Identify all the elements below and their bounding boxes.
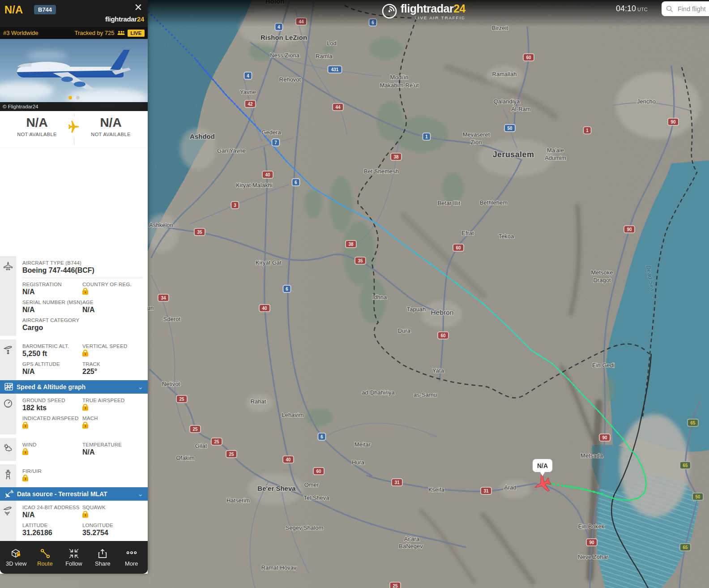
svg-text:31: 31 [394,480,400,485]
road-shield: 4 [244,72,252,79]
svg-text:7: 7 [274,140,277,145]
aircraft-photo[interactable]: © Flightradar24 [0,39,148,111]
aircraft-type-badge[interactable]: B744 [34,5,56,14]
road-shield: 42 [245,100,256,107]
route-button[interactable]: Route [33,544,58,572]
road-shield: 60 [523,54,534,61]
road-shield: 6 [318,433,326,440]
weather-icon [4,443,13,452]
satellite-dish-icon [4,489,13,498]
map-label: Rehovot [279,76,301,83]
lock-icon[interactable] [82,513,88,518]
svg-text:25: 25 [192,427,198,432]
adsb-signal-icon [3,506,13,516]
road-shield: 1 [584,127,591,134]
road-shield: 65 [680,544,691,551]
worldwide-rank[interactable]: #3 Worldwide [3,30,38,36]
map-label: Hatserim [226,497,250,504]
svg-text:35: 35 [197,230,202,235]
follow-button[interactable]: Follow [61,544,86,572]
lock-icon[interactable] [82,352,88,356]
map-label: Al-Ram [511,106,530,112]
lock-icon[interactable] [82,424,88,429]
lock-icon[interactable] [22,424,28,429]
map-label: Tel Sheva [303,494,329,501]
map-label: Gan Yavne [217,147,246,154]
radar-icon [381,3,397,19]
map-label: Ein Bokek [578,523,605,530]
svg-text:50: 50 [507,126,513,131]
map-label: Betar Illit [438,200,461,206]
road-shield: 60 [438,332,448,339]
chevron-down-icon[interactable]: ⌄ [137,383,143,391]
road-shield: 60 [313,468,324,475]
road-shield: 34 [158,294,169,301]
road-shield: 35 [355,257,366,264]
map-label: Tekoa [499,233,514,240]
svg-text:60: 60 [440,333,446,338]
map-label: Kiryat Malakhi [236,182,273,189]
svg-text:40: 40 [265,172,270,177]
map-label: Ein Gedi [592,362,615,369]
lock-icon[interactable] [22,477,28,481]
svg-text:1: 1 [425,134,428,139]
road-shield: 1 [423,133,431,140]
search-input[interactable] [677,5,709,13]
road-shield: 3 [231,202,239,209]
svg-text:42: 42 [248,102,253,107]
aircraft-type-value: Boeing 747-446(BCF) [22,266,142,275]
map-label: Efrat [461,230,474,236]
carousel-dot-active[interactable] [68,96,72,99]
map-label: Metsoke [591,269,613,276]
panel-header: N/A B744 ✕ flightradar24 [0,0,148,27]
lock-icon[interactable] [82,290,88,295]
latitude-value: 31.26186 [22,529,82,537]
altitude-icon [4,345,13,355]
more-button[interactable]: More [119,544,144,572]
lock-icon[interactable] [22,451,28,455]
category-value: Cargo [22,324,142,332]
svg-text:25: 25 [179,397,184,402]
chevron-down-icon[interactable]: ⌄ [137,490,143,498]
svg-text:35: 35 [358,258,363,263]
logo-tagline: LIVE AIR TRAFFIC [415,16,466,20]
svg-text:34: 34 [161,296,166,300]
gps-alt-value: N/A [22,368,82,376]
3d-view-button[interactable]: 3D view [4,544,29,572]
data-source-banner[interactable]: Data source - Terrestrial MLAT ⌄ [0,487,148,501]
svg-text:90: 90 [602,435,607,440]
share-button[interactable]: Share [90,544,115,572]
section-weather: WIND TEMPERATURE N/A [0,438,148,461]
svg-text:6: 6 [320,434,323,439]
track-value: 225° [82,368,142,376]
map-label: Ramat Hovav [261,564,297,571]
panel-logo: flightradar24 [105,15,144,23]
section-mlat: ICAO 24-BIT ADDRESS N/A SQUAWK LATITUDE … [0,501,148,541]
boeing-747-image [0,40,148,103]
search-box[interactable] [662,1,709,16]
svg-text:44: 44 [335,105,341,110]
road-shield: 25 [390,582,401,588]
carousel-dot[interactable] [76,96,80,99]
svg-text:38: 38 [348,242,354,247]
svg-text:N/A: N/A [537,462,548,469]
map-label: Yavne [240,89,256,95]
map-label: Dragot [593,277,611,283]
follow-crosshair-icon [68,549,79,558]
road-shield: 65 [688,419,698,426]
panel-spacer [0,148,148,256]
lock-icon[interactable] [82,406,88,411]
speed-altitude-graph-banner[interactable]: Speed & Altitude graph ⌄ [0,380,148,394]
section-altitude: BAROMETRIC ALT. 5,250 ft VERTICAL SPEED … [0,339,148,380]
road-shield: 50 [504,124,515,132]
svg-text:25: 25 [393,584,398,588]
map-label: Gedera [261,129,281,136]
more-dots-icon [126,549,137,558]
road-shield: 38 [346,240,356,248]
age-value: N/A [82,306,142,314]
map-label: Adumim [545,155,566,161]
flightradar24-logo[interactable]: flightradar24 LIVE AIR TRAFFIC [381,3,466,20]
close-icon[interactable]: ✕ [132,2,144,13]
photo-carousel-dots[interactable] [0,96,148,99]
road-shield: 4 [275,23,283,30]
